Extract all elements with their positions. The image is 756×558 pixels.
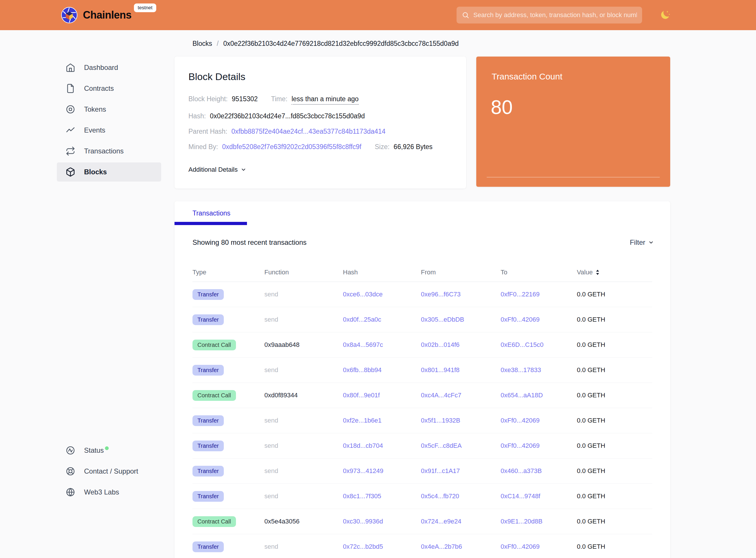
parent-hash-link[interactable]: 0xfbb8875f2e404ae24cf...43ea5377c84b1173…	[231, 128, 386, 135]
tx-value: 0.0 GETH	[577, 543, 652, 551]
breadcrumb-blocks-link[interactable]: Blocks	[192, 40, 212, 48]
tx-value: 0.0 GETH	[577, 341, 652, 349]
additional-details-toggle[interactable]: Additional Details	[188, 166, 246, 173]
search-input[interactable]	[473, 11, 637, 19]
sidebar-item-events[interactable]: Events	[57, 121, 161, 140]
tx-to-link[interactable]: 0x654...aA18D	[501, 391, 577, 399]
tx-hash-link[interactable]: 0x18d...cb704	[343, 442, 421, 450]
sidebar-item-label: Blocks	[84, 168, 107, 176]
hash-label: Hash:	[188, 112, 206, 120]
table-row: Transfer send 0x8c1...7f305 0x5c4...fb72…	[192, 484, 652, 509]
size-value: 66,926 Bytes	[394, 143, 433, 151]
tx-from-link[interactable]: 0x801...941f8	[421, 366, 501, 374]
dark-mode-toggle[interactable]	[659, 9, 671, 22]
tx-function: 0xd0f89344	[264, 391, 343, 399]
sort-icon[interactable]	[595, 269, 600, 276]
tx-to-link[interactable]: 0xFf0...42069	[501, 316, 577, 323]
sidebar-item-tokens[interactable]: Tokens	[57, 100, 161, 119]
tx-type-badge: Transfer	[192, 314, 224, 325]
tx-hash-link[interactable]: 0xc30...9936d	[343, 518, 421, 525]
sidebar-item-label: Dashboard	[84, 64, 118, 72]
sidebar-item-status[interactable]: Status	[57, 441, 161, 460]
tx-hash-link[interactable]: 0xd0f...25a0c	[343, 316, 421, 323]
col-header-function: Function	[264, 269, 343, 276]
tx-to-link[interactable]: 0xe38...17833	[501, 366, 577, 374]
file-icon	[66, 83, 75, 93]
tx-to-link[interactable]: 0xC14...9748f	[501, 492, 577, 500]
events-icon	[66, 125, 75, 135]
tx-from-link[interactable]: 0xe96...f6C73	[421, 290, 501, 298]
sidebar-item-blocks[interactable]: Blocks	[57, 162, 161, 182]
tx-function: 0x5e4a3056	[264, 518, 343, 525]
tx-to-link[interactable]: 0xFf0...42069	[501, 442, 577, 450]
time-label: Time:	[271, 95, 288, 103]
sidebar-item-web3-labs[interactable]: Web3 Labs	[57, 483, 161, 502]
tx-hash-link[interactable]: 0xce6...03dce	[343, 290, 421, 298]
additional-details-label: Additional Details	[188, 166, 238, 173]
tx-from-link[interactable]: 0x5c4...fb720	[421, 492, 501, 500]
tx-type-badge: Transfer	[192, 440, 224, 451]
tx-to-link[interactable]: 0x460...a373B	[501, 467, 577, 475]
tx-from-link[interactable]: 0x724...e9e24	[421, 518, 501, 525]
tx-to-link[interactable]: 0xfF0...22169	[501, 290, 577, 298]
tx-hash-link[interactable]: 0x8c1...7f305	[343, 492, 421, 500]
tx-hash-link[interactable]: 0x973...41249	[343, 467, 421, 475]
sidebar-item-label: Events	[84, 126, 105, 134]
tab-row: Transactions	[175, 201, 670, 225]
tx-to-link[interactable]: 0xFf0...42069	[501, 543, 577, 551]
tx-from-link[interactable]: 0x02b...014f6	[421, 341, 501, 349]
table-row: Transfer send 0xf2e...1b6e1 0x5f1...1932…	[192, 408, 652, 433]
tx-function: send	[264, 492, 343, 500]
tx-hash-link[interactable]: 0x80f...9e01f	[343, 391, 421, 399]
block-details-title: Block Details	[188, 71, 452, 82]
tx-to-link[interactable]: 0x9E1...20d8B	[501, 518, 577, 525]
tx-from-link[interactable]: 0x4eA...2b7b6	[421, 543, 501, 551]
parent-hash-row: Parent Hash: 0xfbb8875f2e404ae24cf...43e…	[188, 128, 452, 135]
parent-hash-label: Parent Hash:	[188, 128, 227, 135]
chevron-down-icon	[241, 167, 246, 173]
tx-hash-link[interactable]: 0x6fb...8bb94	[343, 366, 421, 374]
sidebar-item-transactions[interactable]: Transactions	[57, 142, 161, 161]
tx-to-link[interactable]: 0xE6D...C15c0	[501, 341, 577, 349]
tx-from-link[interactable]: 0x91f...c1A17	[421, 467, 501, 475]
tx-function: send	[264, 543, 343, 551]
mined-by-link[interactable]: 0xdbfe5208e2f7e63f9202c2d05396f55f8c8ffc…	[222, 143, 361, 151]
tx-hash-link[interactable]: 0x8a4...5697c	[343, 341, 421, 349]
tx-hash-link[interactable]: 0x72c...b2bd5	[343, 543, 421, 551]
brand-name: Chainlens	[83, 9, 132, 21]
tab-transactions[interactable]: Transactions	[192, 209, 231, 217]
table-row: Contract Call 0x9aaab648 0x8a4...5697c 0…	[192, 332, 652, 358]
col-header-hash: Hash	[343, 269, 421, 276]
tx-value: 0.0 GETH	[577, 442, 652, 450]
tx-from-link[interactable]: 0x5f1...1932B	[421, 417, 501, 424]
mined-by-row: Mined By: 0xdbfe5208e2f7e63f9202c2d05396…	[188, 143, 452, 151]
filter-button[interactable]: Filter	[630, 238, 654, 247]
breadcrumb-current-hash: 0x0e22f36b2103c4d24e7769218cd821d32ebfcc…	[223, 40, 459, 48]
table-row: Transfer send 0x18d...cb704 0x5cF...c8dE…	[192, 433, 652, 458]
time-value: less than a minute ago	[292, 95, 359, 105]
sidebar-item-label: Contracts	[84, 84, 114, 93]
search-bar[interactable]	[457, 7, 642, 24]
tab-active-indicator	[175, 222, 247, 225]
table-row: Transfer send 0x6fb...8bb94 0x801...941f…	[192, 358, 652, 383]
tx-hash-link[interactable]: 0xf2e...1b6e1	[343, 417, 421, 424]
col-header-type: Type	[192, 269, 264, 276]
sidebar-item-contact-support[interactable]: Contact / Support	[57, 462, 161, 481]
status-green-dot	[105, 446, 109, 450]
transactions-panel: Transactions Showing 80 most recent tran…	[175, 201, 670, 558]
tx-from-link[interactable]: 0x5cF...c8dEA	[421, 442, 501, 450]
filter-label: Filter	[630, 238, 645, 247]
tx-value: 0.0 GETH	[577, 316, 652, 323]
sidebar-item-label: Web3 Labs	[84, 488, 119, 496]
brand[interactable]: Chainlens	[61, 7, 132, 24]
tx-value: 0.0 GETH	[577, 518, 652, 525]
tx-value: 0.0 GETH	[577, 391, 652, 399]
sidebar-item-contracts[interactable]: Contracts	[57, 79, 161, 98]
sidebar-item-dashboard[interactable]: Dashboard	[57, 58, 161, 77]
breadcrumb: Blocks / 0x0e22f36b2103c4d24e7769218cd82…	[192, 40, 459, 48]
home-icon	[66, 62, 75, 73]
support-icon	[66, 466, 75, 476]
tx-from-link[interactable]: 0x305...eDbDB	[421, 316, 501, 323]
tx-from-link[interactable]: 0xc4A...4cFc7	[421, 391, 501, 399]
tx-to-link[interactable]: 0xFf0...42069	[501, 417, 577, 424]
